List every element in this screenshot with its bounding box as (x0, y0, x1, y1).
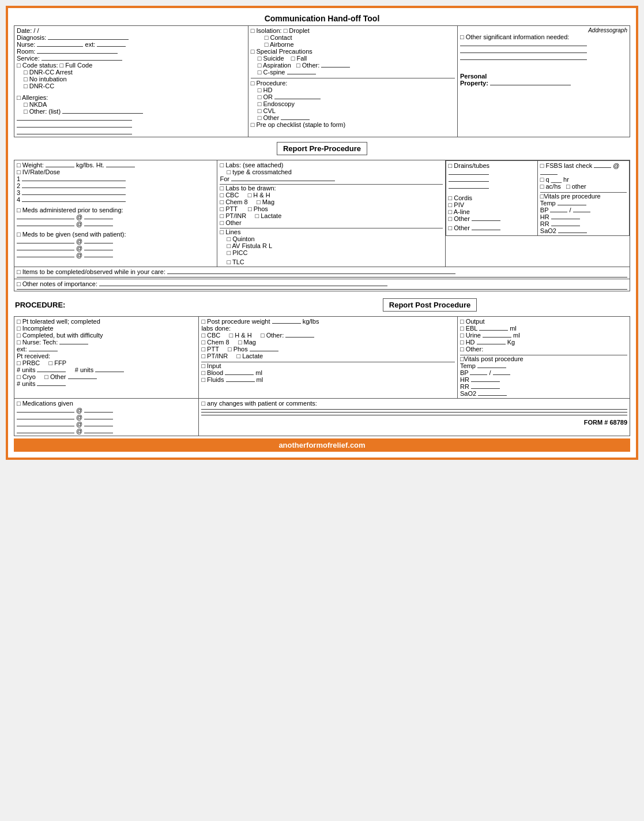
meds-prior-2: @ (17, 220, 214, 227)
post-weight-row: □ Post procedure weight kg/lbs (201, 318, 455, 325)
ext-row: ext: (17, 346, 196, 353)
nurse-label: Nurse: (17, 41, 35, 48)
droplet: □ Droplet (284, 27, 310, 34)
med-at-2 (84, 419, 113, 419)
diagnosis-row: Diagnosis: (17, 34, 246, 41)
meds-prior-2-val (17, 226, 74, 226)
post-right-col: □ Output □ EBL ml □ Urine ml □ HD Kg □ O… (457, 317, 630, 399)
post-rr-row: RR (460, 383, 627, 390)
ebl-row: □ EBL ml (460, 325, 627, 332)
isolation-label: □ Isolation: (251, 27, 282, 34)
other-blood-value (68, 378, 97, 379)
picc-row: □ PICC (220, 249, 442, 256)
main-title: Communication Hand-off Tool (14, 14, 630, 23)
units-cryo-row: # units (17, 380, 196, 387)
meds-with-2-val (17, 250, 74, 250)
sao2-row: SaO2 (540, 227, 627, 234)
cvl-row: □ CVL (251, 107, 455, 114)
meds-prior-label: □ Meds administered prior to sending: (17, 207, 214, 213)
meds-given-cell: □ Medications given @ @ @ @ (14, 399, 199, 436)
vitals-post-label: □Vitals post procedure (460, 355, 627, 362)
post-left-col: □ Pt tolerated well; completed □ Incompl… (14, 317, 199, 399)
output-row: □ Output (460, 318, 627, 325)
blood-row: □ Blood ml (201, 369, 455, 376)
report-post-title: Report Post Procedure (383, 298, 477, 312)
meds-with-2: @ (17, 245, 214, 252)
quinton-row: □ Quinton (220, 235, 442, 242)
other-blood-label: □ Other (44, 373, 66, 380)
aspiration: □ Aspiration (251, 62, 291, 69)
hr-value (551, 219, 580, 219)
right-col: Addressograph □ Other significant inform… (457, 26, 630, 137)
med-at-1 (84, 412, 113, 413)
incomplete: □ Incomplete (17, 325, 196, 332)
pt-tolerated: □ Pt tolerated well; completed (17, 318, 196, 325)
other-out-row: □ Other: (460, 346, 627, 353)
labs-drawn-section: □ Labs to be drawn: □ CBC □ H & H □ Chem… (220, 184, 442, 226)
meds-with-1-at (84, 243, 113, 243)
vitals-post-section: □Vitals post procedure Temp BP / HR (460, 355, 627, 397)
temp-value (558, 205, 586, 205)
fsbs-vitals-col: □ FSBS last check @ □ q ___ hr □ ac/hs □… (537, 161, 629, 236)
addressograph: Addressograph (460, 27, 627, 33)
other-proc-row: □ Other (251, 114, 455, 121)
chem8: □ Chem 8 (220, 198, 247, 205)
post-sao2-value (478, 395, 507, 396)
units-prbc-value (37, 372, 66, 372)
endoscopy-row: □ Endoscopy (251, 100, 455, 107)
weight-unit: kg/lbs. Ht. (76, 162, 104, 168)
any-changes-label: □ any changes with patient or comments: (201, 400, 627, 407)
ptt: □ PTT (220, 205, 237, 212)
items-completed-value (167, 273, 455, 274)
post-ptt-phos-row: □ PTT □ Phos (201, 346, 455, 353)
ffp-label: □ FFP (49, 359, 66, 366)
bp-val1 (550, 212, 567, 212)
rr-row: RR (540, 220, 627, 227)
post-phos: □ Phos (228, 346, 248, 353)
post-chem8: □ Chem 8 (201, 339, 229, 346)
for-label: For (220, 175, 442, 182)
code-status-label: □ Code status: (17, 62, 58, 69)
prbc-ffp-row: □ PRBC □ FFP (17, 359, 196, 366)
items-completed-label: □ Items to be completed/observed while i… (17, 268, 165, 275)
full-code: □ Full Code (60, 62, 93, 69)
other-sig-info: □ Other significant information needed: (460, 33, 627, 40)
pre-right-inner-table: □ Drains/tubes □ Cordis □ PIV □ A-line □… (446, 160, 630, 236)
other-sp-value (321, 67, 350, 68)
procedure-row-table: PROCEDURE: Report Post Procedure (14, 294, 630, 316)
diagnosis-value (48, 39, 129, 40)
ptt-phos-row: □ PTT □ Phos (220, 205, 442, 212)
post-bp-val2 (493, 374, 510, 375)
cbc: □ CBC (220, 192, 239, 198)
nurse-tech-value (59, 344, 88, 344)
other-lines2-row: □ Other (449, 224, 535, 231)
med-row-3: @ (17, 421, 196, 428)
date-slashes: / / (33, 27, 39, 34)
a-line-row: □ A-line (449, 208, 535, 215)
post-hr-value (471, 381, 500, 382)
cbc-hh-row: □ CBC □ H & H (220, 192, 442, 198)
other-lines2-val (472, 230, 500, 230)
meds-with-3: @ (17, 252, 214, 258)
other-labs-row: □ Other (220, 219, 442, 226)
post-weight-value (272, 323, 301, 324)
achs-row: □ ac/hs □ other (540, 183, 627, 190)
meds-given-label: □ Medications given (17, 400, 196, 407)
units-cryo-value (37, 385, 66, 386)
temp-row: Temp (540, 200, 627, 207)
fluids-value (226, 381, 255, 382)
meds-with-3-val (17, 257, 74, 257)
drain-1 (449, 174, 489, 175)
post-phos-value (250, 351, 278, 351)
meds-prior-1: @ (17, 213, 214, 220)
pre-left-col: □ Weight: kg/lbs. Ht. □ IV/Rate/Dose 1 2… (14, 160, 217, 267)
iv-line-1-val (22, 181, 126, 181)
piv-row: □ PIV (449, 201, 535, 208)
post-bp-row: BP / (460, 369, 627, 376)
urine-value (483, 337, 511, 338)
meds-with-3-at (84, 257, 113, 257)
post-ptinr: □ PT/INR (201, 353, 228, 359)
post-middle-col: □ Post procedure weight kg/lbs labs done… (199, 317, 458, 399)
post-hh: □ H & H (229, 332, 252, 339)
post-rr-value (471, 388, 500, 389)
